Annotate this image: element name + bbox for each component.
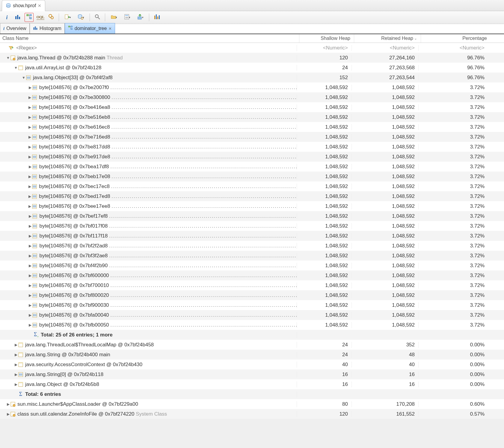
shallow-heap-value: 1,048,592	[297, 184, 352, 190]
tree-row[interactable]: ▶java.lang.ThreadLocal$ThreadLocalMap @ …	[0, 340, 504, 350]
tree-row[interactable]: ▶sun.misc.Launcher$AppClassLoader @ 0x7b…	[0, 399, 504, 409]
disclosure-closed-icon[interactable]: ▶	[28, 224, 32, 228]
tree-row[interactable]: ▼java.util.ArrayList @ 0x7bf24b1282427,2…	[0, 63, 504, 73]
tree-row[interactable]: ▼java.lang.Thread @ 0x7bf24b288 main Thr…	[0, 53, 504, 63]
tree-row[interactable]: ▶byte[1048576] @ 0x7bee17ee8 ...........…	[0, 201, 504, 211]
tree-row[interactable]: ΣTotal: 6 entries	[0, 389, 504, 399]
tree-row[interactable]: ▶byte[1048576] @ 0x7be817dd8 ...........…	[0, 142, 504, 152]
disclosure-closed-icon[interactable]: ▶	[28, 145, 32, 149]
disclosure-closed-icon[interactable]: ▶	[28, 155, 32, 159]
tree-row[interactable]: ▶byte[1048576] @ 0x7bfb00050 ...........…	[0, 320, 504, 330]
disclosure-closed-icon[interactable]: ▶	[28, 204, 32, 208]
disclosure-closed-icon[interactable]: ▶	[28, 125, 32, 129]
disclosure-closed-icon[interactable]: ▶	[28, 254, 32, 258]
tree-row[interactable]: ▶java.lang.String[0] @ 0x7bf24b11816160.…	[0, 369, 504, 379]
disclosure-closed-icon[interactable]: ▶	[28, 184, 32, 189]
tree-row[interactable]: Σ+Total: 25 of 26 entries; 1 more	[0, 330, 504, 340]
tree-row[interactable]: ▶byte[1048576] @ 0x7be616ec8 ...........…	[0, 122, 504, 132]
tree-row[interactable]: ▶byte[1048576] @ 0x7be917de8 ...........…	[0, 152, 504, 162]
column-percentage[interactable]: Percentage	[421, 34, 492, 43]
disclosure-closed-icon[interactable]: ▶	[28, 303, 32, 307]
histogram-button[interactable]	[14, 13, 22, 21]
dominator-tree-button[interactable]	[25, 13, 34, 22]
run-report-button[interactable]: ▾	[63, 13, 73, 21]
disclosure-closed-icon[interactable]: ▶	[14, 382, 18, 387]
disclosure-closed-icon[interactable]: ▶	[14, 372, 18, 377]
column-class-name[interactable]: Class Name	[0, 36, 299, 41]
find-button[interactable]	[93, 13, 101, 21]
disclosure-closed-icon[interactable]: ▶	[28, 95, 32, 100]
disclosure-closed-icon[interactable]: ▶	[6, 402, 10, 406]
tree-row[interactable]: ▶byte[1048576] @ 0x7beb17e08 ...........…	[0, 172, 504, 181]
query-browser-button[interactable]: ▾	[76, 13, 86, 21]
tree-row[interactable]: ▶java.lang.String @ 0x7bf24b400 main2448…	[0, 350, 504, 360]
disclosure-closed-icon[interactable]: ▶	[28, 165, 32, 169]
tree-row[interactable]: ▶byte[1048576] @ 0x7bf900030 ...........…	[0, 300, 504, 310]
tree-row[interactable]: ▶byte[1048576] @ 0x7bf017f08 ...........…	[0, 221, 504, 231]
compare-button[interactable]	[153, 13, 161, 21]
numeric-filter[interactable]: <Numeric>	[323, 45, 348, 51]
export-button[interactable]: ▾	[135, 13, 145, 21]
regex-filter-input[interactable]	[16, 45, 77, 51]
column-shallow-heap[interactable]: Shallow Heap	[299, 34, 354, 43]
disclosure-closed-icon[interactable]: ▶	[28, 323, 32, 327]
disclosure-open-icon[interactable]: ▼	[22, 76, 26, 80]
tree-row[interactable]: ▶byte[1048576] @ 0x7bf800020 ...........…	[0, 290, 504, 300]
tree-row[interactable]: ▶byte[1048576] @ 0x7be416ea8 ...........…	[0, 102, 504, 112]
tree-row[interactable]: ▶byte[1048576] @ 0x7be2007f0 ...........…	[0, 82, 504, 92]
tree-row[interactable]: ▶byte[1048576] @ 0x7bed17ed8 ...........…	[0, 191, 504, 201]
tree-row[interactable]: ▶byte[1048576] @ 0x7bec17ec8 ...........…	[0, 181, 504, 191]
disclosure-closed-icon[interactable]: ▶	[28, 214, 32, 218]
disclosure-closed-icon[interactable]: ▶	[28, 115, 32, 119]
group-button[interactable]: ▾	[109, 13, 119, 21]
tree-row[interactable]: ▶byte[1048576] @ 0x7bea17df8 ...........…	[0, 162, 504, 172]
disclosure-closed-icon[interactable]: ▶	[28, 85, 32, 90]
tab-overview[interactable]: i Overview	[0, 23, 30, 34]
disclosure-closed-icon[interactable]: ▶	[28, 105, 32, 109]
disclosure-closed-icon[interactable]: ▶	[28, 135, 32, 139]
disclosure-closed-icon[interactable]: ▶	[28, 175, 32, 179]
tab-histogram[interactable]: Histogram	[30, 23, 65, 34]
disclosure-closed-icon[interactable]: ▶	[6, 412, 10, 416]
tree-row[interactable]: ▶byte[1048576] @ 0x7bf4f2b90 ...........…	[0, 261, 504, 270]
tree-row[interactable]: ▶byte[1048576] @ 0x7be516eb8 ...........…	[0, 112, 504, 122]
close-icon[interactable]: ✕	[38, 3, 41, 8]
calculate-button[interactable]: ▾	[122, 13, 132, 21]
disclosure-closed-icon[interactable]: ▶	[28, 244, 32, 248]
disclosure-open-icon[interactable]: ▼	[14, 66, 18, 70]
tree-row[interactable]: ▶byte[1048576] @ 0x7bef17ef8 ...........…	[0, 211, 504, 221]
tree-row[interactable]: ▶class sun.util.calendar.ZoneInfoFile @ …	[0, 409, 504, 419]
tree-row[interactable]: ▶byte[1048576] @ 0x7bfa00040 ...........…	[0, 310, 504, 320]
disclosure-closed-icon[interactable]: ▶	[14, 363, 18, 367]
tree-row[interactable]: ▶java.security.AccessControlContext @ 0x…	[0, 360, 504, 369]
tree-row[interactable]: ▶byte[1048576] @ 0x7bf700010 ...........…	[0, 280, 504, 290]
tab-dominator-tree[interactable]: dominator_tree ✕	[65, 23, 115, 34]
file-tab[interactable]: show.hprof ✕	[2, 0, 45, 11]
disclosure-closed-icon[interactable]: ▶	[28, 313, 32, 317]
disclosure-closed-icon[interactable]: ▶	[28, 283, 32, 288]
tree-row[interactable]: ▶byte[1048576] @ 0x7be716ed8 ...........…	[0, 132, 504, 142]
disclosure-closed-icon[interactable]: ▶	[28, 194, 32, 199]
thread-overview-button[interactable]	[47, 13, 55, 21]
disclosure-closed-icon[interactable]: ▶	[14, 353, 18, 357]
tree-row[interactable]: ▶byte[1048576] @ 0x7bf2f2ad8 ...........…	[0, 241, 504, 251]
disclosure-closed-icon[interactable]: ▶	[28, 264, 32, 268]
disclosure-closed-icon[interactable]: ▶	[28, 273, 32, 278]
disclosure-closed-icon[interactable]: ▶	[28, 293, 32, 297]
column-retained-heap[interactable]: Retained Heap⌄	[354, 34, 421, 43]
tree-row[interactable]: ▶java.lang.Object @ 0x7bf24b5b816160.00%	[0, 379, 504, 389]
numeric-filter[interactable]: <Numeric>	[390, 45, 415, 51]
overview-button[interactable]: i	[3, 13, 11, 21]
tree-row[interactable]: ▼java.lang.Object[33] @ 0x7bf4f2af815227…	[0, 73, 504, 82]
disclosure-closed-icon[interactable]: ▶	[28, 234, 32, 238]
tree-row[interactable]: ▶byte[1048576] @ 0x7bf117f18 ...........…	[0, 231, 504, 241]
disclosure-closed-icon[interactable]: ▶	[14, 343, 18, 347]
tree-row[interactable]: ▶byte[1048576] @ 0x7be300800 ...........…	[0, 92, 504, 102]
disclosure-open-icon[interactable]: ▼	[6, 56, 10, 60]
oql-button[interactable]: OQL	[37, 13, 44, 21]
tree-row[interactable]: ▶byte[1048576] @ 0x7bf600000 ...........…	[0, 270, 504, 280]
tree-row[interactable]: ▶byte[1048576] @ 0x7bf3f2ae8 ...........…	[0, 251, 504, 261]
percentage-value: 0.00%	[419, 381, 490, 387]
numeric-filter[interactable]: <Numeric>	[460, 45, 485, 51]
close-icon[interactable]: ✕	[108, 26, 112, 31]
